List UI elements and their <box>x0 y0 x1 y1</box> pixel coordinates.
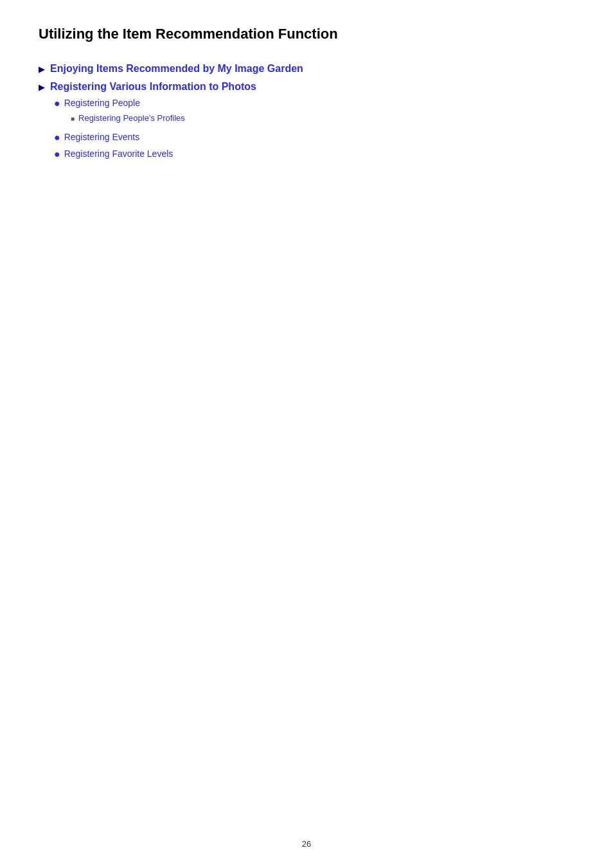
list-item: ▶ Enjoying Items Recommended by My Image… <box>39 63 540 75</box>
arrow-icon: ▶ <box>39 64 45 74</box>
link-registering-events[interactable]: Registering Events <box>64 132 140 142</box>
list-item: ● Registering Events <box>54 132 256 143</box>
list-item: ▶ Registering Various Information to Pho… <box>39 81 540 165</box>
link-registering-people[interactable]: Registering People <box>64 98 140 108</box>
section2-container: ▶ Registering Various Information to Pho… <box>39 81 256 165</box>
page-number: 26 <box>302 839 311 849</box>
page-title: Utilizing the Item Recommendation Functi… <box>39 26 540 48</box>
bullet-icon: ● <box>54 98 60 109</box>
list-item: ● Registering Favorite Levels <box>54 149 256 160</box>
main-list: ▶ Enjoying Items Recommended by My Image… <box>39 63 540 165</box>
sub1-container: ● Registering People ■ Registering Peopl… <box>54 98 185 127</box>
sub-list: ● Registering People ■ Registering Peopl… <box>54 98 256 160</box>
sub-sub-list: ■ Registering People's Profiles <box>71 113 185 123</box>
link-registering-various[interactable]: Registering Various Information to Photo… <box>50 81 256 93</box>
page-content: Utilizing the Item Recommendation Functi… <box>0 0 578 197</box>
bullet-icon: ● <box>54 132 60 143</box>
link-registering-profiles[interactable]: Registering People's Profiles <box>78 113 185 123</box>
list-item: ● Registering People ■ Registering Peopl… <box>54 98 256 127</box>
link-registering-favorite-levels[interactable]: Registering Favorite Levels <box>64 149 173 159</box>
arrow-icon: ▶ <box>39 82 45 92</box>
list-item: ■ Registering People's Profiles <box>71 113 185 123</box>
link-enjoying-items[interactable]: Enjoying Items Recommended by My Image G… <box>50 63 303 75</box>
square-icon: ■ <box>71 115 75 122</box>
bullet-icon: ● <box>54 149 60 160</box>
